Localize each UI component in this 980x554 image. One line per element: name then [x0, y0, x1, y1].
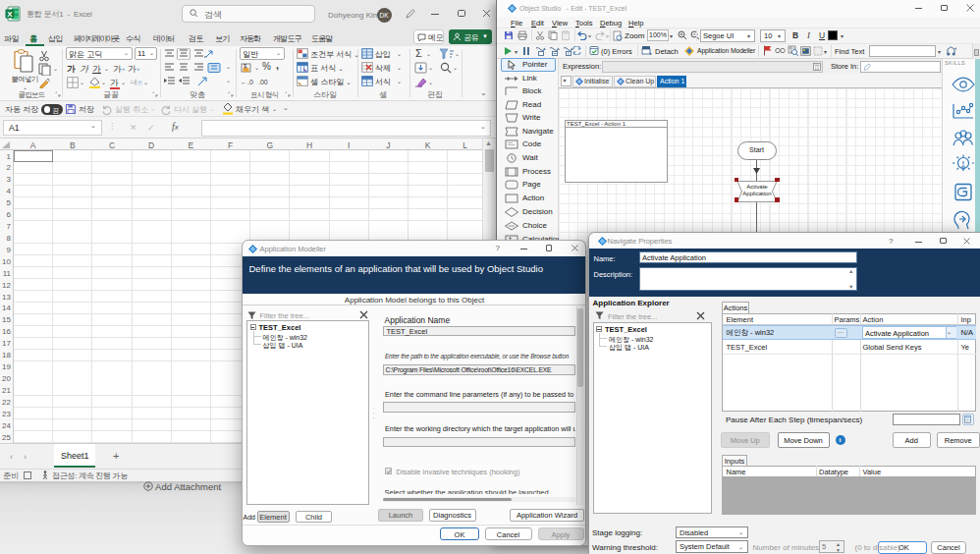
svg-text:←.0: ←.0: [241, 79, 253, 85]
svg-text:!: !: [962, 160, 964, 167]
svg-text:.00: .00: [258, 79, 268, 85]
svg-text:X: X: [7, 10, 13, 19]
